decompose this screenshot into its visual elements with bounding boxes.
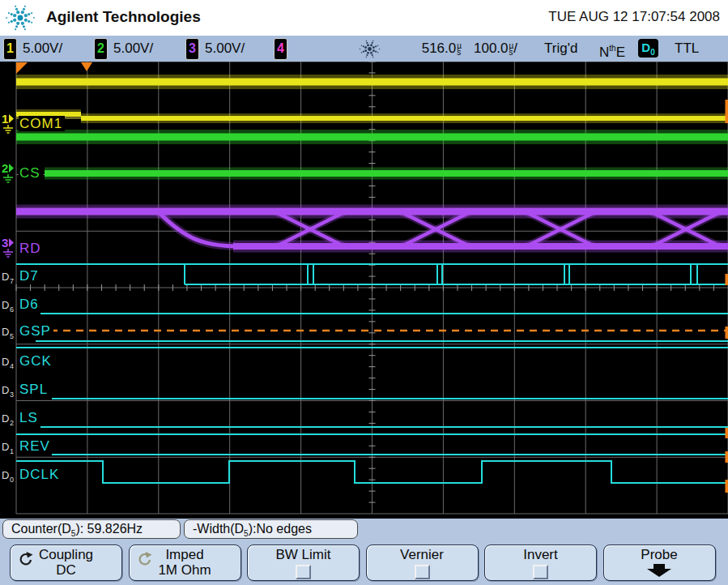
channel-2-scale: 5.00V/ <box>113 36 153 61</box>
softkey-probe-label: Probe <box>604 547 715 563</box>
channel-3-marker: 3 <box>2 236 8 250</box>
softkey-invert-label: Invert <box>485 547 596 563</box>
ch2-top-band <box>16 134 728 141</box>
agilent-logo-spark-icon <box>5 2 36 36</box>
digital-label-gsp: GSP <box>19 323 53 339</box>
right-edge-marker <box>726 480 728 493</box>
trigger-status: Trig'd <box>544 36 577 61</box>
right-edge-marker <box>726 100 728 123</box>
channel-4-indicator[interactable]: 4 <box>274 38 287 60</box>
right-edge-marker <box>726 428 728 438</box>
digital-d2-marker: D <box>2 412 9 425</box>
channel-3-indicator[interactable]: 3 <box>185 38 199 60</box>
digital-label-d7: D7 <box>19 268 41 284</box>
digital-label-gck: GCK <box>19 353 54 369</box>
digital-label-rev: REV <box>19 438 53 454</box>
waveform-display: 123D7D6D5D4D3D2D1D0 COM1CSRDD7D6GSPGCKSP… <box>0 62 728 519</box>
channel-2-marker-arrow <box>9 164 14 173</box>
ch1-top-band <box>16 79 728 86</box>
measurement-bar: Counter(D5): 59.826Hz -Width(D5):No edge… <box>0 519 728 540</box>
delay-readout: 516.0µs <box>397 36 462 61</box>
right-edge-marker <box>726 327 728 339</box>
svg-text:7: 7 <box>10 277 14 285</box>
brand-title: Agilent Technologies <box>46 8 201 26</box>
counter-measurement[interactable]: Counter(D5): 59.826Hz <box>2 519 181 539</box>
digital-d0-marker: D <box>2 469 9 481</box>
softkey-imped[interactable]: Imped1M Ohm <box>129 544 241 581</box>
digital-label-dclk: DCLK <box>19 467 62 482</box>
width-measurement[interactable]: -Width(D5):No edges <box>184 519 358 539</box>
timebase-readout: 100.0µs/ <box>474 36 517 61</box>
channel-1-marker: 1 <box>2 112 8 126</box>
svg-text:0: 0 <box>10 476 14 484</box>
channel-1-indicator[interactable]: 1 <box>3 38 17 60</box>
svg-text:4: 4 <box>10 362 14 370</box>
svg-text:1: 1 <box>10 447 14 455</box>
softkey-bw-limit-label: BW Limit <box>248 547 359 563</box>
acquisition-spark-icon <box>359 38 381 64</box>
analog-label-com1: COM1 <box>19 116 65 131</box>
digital-d3-marker: D <box>2 384 9 396</box>
softkey-vernier[interactable]: Vernier <box>366 544 479 581</box>
digital-label-ls: LS <box>19 410 40 425</box>
softkey-bw-limit[interactable]: BW Limit <box>247 544 360 581</box>
ch2-low-band <box>45 170 728 177</box>
channel-3-marker-arrow <box>9 238 14 247</box>
softkey-coupling[interactable]: CouplingDC <box>10 544 122 581</box>
channel-1-marker-arrow <box>9 114 14 123</box>
svg-text:3: 3 <box>10 391 14 399</box>
channel-2-indicator[interactable]: 2 <box>94 38 108 60</box>
digital-d1-marker: D <box>2 441 9 453</box>
digital-label-d6: D6 <box>19 297 41 312</box>
oscilloscope-screen: Agilent Technologies TUE AUG 12 17:07:54… <box>0 0 728 585</box>
softkey-vernier-checkbox-icon[interactable] <box>415 565 430 579</box>
svg-text:5: 5 <box>10 332 14 340</box>
waveform-canvas: 123D7D6D5D4D3D2D1D0 <box>0 62 728 519</box>
cycle-arrow-icon <box>18 551 34 567</box>
trigger-position-marker <box>81 62 92 71</box>
cycle-arrow-icon <box>137 551 153 567</box>
ch3-top-band <box>16 208 728 216</box>
analog-label-rd: RD <box>19 241 44 256</box>
trigger-level: TTL <box>675 36 699 61</box>
softkey-bw-limit-checkbox-icon[interactable] <box>296 565 311 579</box>
analog-label-cs: CS <box>19 165 43 181</box>
trigger-source-badge[interactable]: D0 <box>638 39 658 58</box>
status-bar: 15.00V/25.00V/35.00V/4 516.0µs 100.0µs/ … <box>0 36 728 62</box>
down-arrow-icon <box>643 564 675 577</box>
delay-unit: µs <box>457 43 462 56</box>
ch1-mid-band <box>81 116 728 121</box>
channel-3-scale: 5.00V/ <box>205 36 245 61</box>
channel-1-scale: 5.00V/ <box>23 36 62 61</box>
svg-text:6: 6 <box>10 305 14 314</box>
left-edge-marker <box>16 62 28 74</box>
softkey-invert[interactable]: Invert <box>484 544 597 581</box>
top-bar: Agilent Technologies TUE AUG 12 17:07:54… <box>0 0 728 36</box>
right-edge-marker <box>726 274 728 285</box>
digital-d7-marker: D <box>2 271 9 283</box>
svg-text:2: 2 <box>10 419 14 427</box>
softkey-probe[interactable]: Probe <box>603 544 716 581</box>
datetime: TUE AUG 12 17:07:54 2008 <box>548 9 720 25</box>
softkey-vernier-label: Vernier <box>367 547 478 563</box>
digital-d4-marker: D <box>2 356 9 368</box>
softkey-invert-checkbox-icon[interactable] <box>533 565 548 579</box>
digital-label-spl: SPL <box>19 382 50 397</box>
digital-d6-marker: D <box>2 299 9 311</box>
channel-2-marker: 2 <box>2 161 8 175</box>
digital-d5-marker: D <box>2 326 9 338</box>
softkey-bar: CouplingDCImped1M OhmBW LimitVernierInve… <box>0 540 728 585</box>
right-edge-marker <box>726 451 728 463</box>
trigger-mode: NthE <box>599 36 625 65</box>
